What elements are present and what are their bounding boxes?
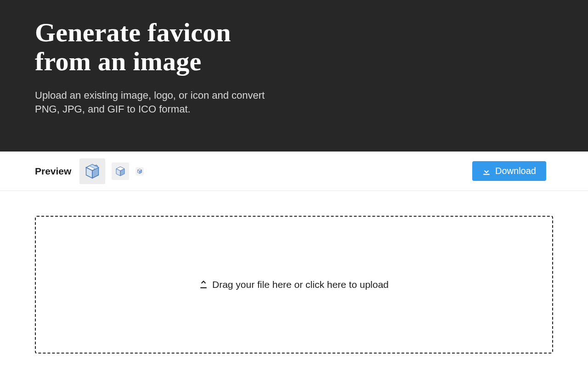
- page-subtitle: Upload an existing image, logo, or icon …: [35, 89, 274, 116]
- favicon-preview-small: [136, 167, 144, 175]
- hero-section: Generate favicon from an image Upload an…: [0, 0, 588, 152]
- svg-rect-10: [483, 174, 490, 174]
- upload-dropzone[interactable]: Drag your file here or click here to upl…: [35, 216, 553, 354]
- preview-bar: Preview Download: [0, 152, 588, 191]
- upload-icon: [199, 281, 208, 289]
- download-button-label: Download: [495, 166, 536, 176]
- box-icon: [115, 166, 126, 177]
- box-icon: [84, 163, 101, 180]
- favicon-preview-medium: [112, 163, 129, 180]
- preview-label: Preview: [35, 166, 71, 177]
- box-icon: [137, 169, 142, 174]
- page-title: Generate favicon from an image: [35, 18, 292, 76]
- page-title-line1: Generate favicon: [35, 17, 231, 47]
- dropzone-text: Drag your file here or click here to upl…: [212, 279, 389, 290]
- download-icon: [482, 167, 491, 175]
- download-button[interactable]: Download: [472, 161, 546, 181]
- svg-rect-11: [200, 287, 207, 288]
- favicon-preview-large: [79, 158, 105, 184]
- dropzone-section: Drag your file here or click here to upl…: [0, 191, 588, 354]
- page-title-line2: from an image: [35, 46, 201, 76]
